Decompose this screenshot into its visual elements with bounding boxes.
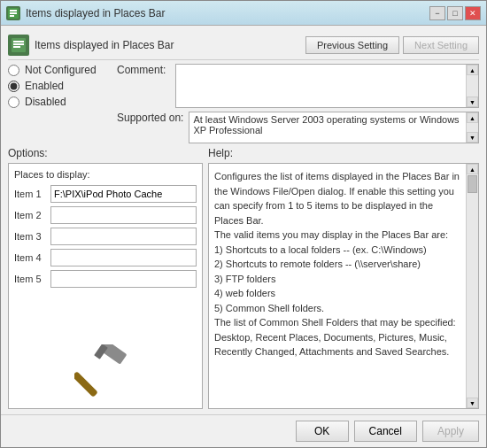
section-labels: Options: Help: bbox=[8, 147, 479, 159]
help-label-wrap: Help: bbox=[208, 147, 479, 159]
item-1-input[interactable] bbox=[50, 185, 197, 203]
supported-box-wrapper: At least Windows Server 2003 operating s… bbox=[189, 112, 479, 143]
options-label-wrap: Options: bbox=[8, 147, 203, 159]
help-scroll-thumb[interactable] bbox=[468, 175, 477, 193]
header-buttons: Previous Setting Next Setting bbox=[305, 36, 479, 54]
item-2-label: Item 2 bbox=[14, 210, 45, 220]
svg-rect-3 bbox=[10, 15, 14, 17]
title-buttons: − □ ✕ bbox=[429, 6, 481, 20]
window-icon bbox=[6, 6, 20, 20]
full-content: Items displayed in Places Bar Previous S… bbox=[1, 26, 486, 414]
comment-row: Comment: ▲ ▼ bbox=[117, 64, 479, 108]
svg-rect-10 bbox=[74, 371, 98, 398]
title-bar: Items displayed in Places Bar − □ ✕ bbox=[1, 1, 486, 26]
supported-scrollbar: ▲ ▼ bbox=[466, 112, 478, 143]
enabled-label: Enabled bbox=[25, 80, 64, 92]
places-title: Places to display: bbox=[14, 169, 197, 180]
radio-section: Not Configured Enabled Disabled bbox=[8, 64, 110, 143]
item-3-input[interactable] bbox=[50, 228, 197, 245]
supported-scroll-track bbox=[467, 123, 478, 132]
supported-text: At least Windows Server 2003 operating s… bbox=[189, 112, 466, 143]
item-5-label: Item 5 bbox=[14, 274, 45, 284]
svg-rect-7 bbox=[13, 46, 20, 48]
comment-scrollbar: ▲ ▼ bbox=[466, 65, 478, 107]
radio-disabled: Disabled bbox=[8, 96, 110, 108]
enabled-radio[interactable] bbox=[8, 81, 19, 92]
options-panel: Places to display: Item 1 Item 2 Item 3 bbox=[8, 163, 203, 409]
supported-row: Supported on: At least Windows Server 20… bbox=[117, 112, 479, 143]
disabled-label: Disabled bbox=[25, 96, 66, 108]
maximize-button[interactable]: □ bbox=[447, 6, 463, 20]
apply-button[interactable]: Apply bbox=[422, 421, 479, 442]
item-row-5: Item 5 bbox=[14, 270, 197, 288]
options-label: Options: bbox=[8, 147, 48, 159]
item-1-label: Item 1 bbox=[14, 189, 45, 199]
ok-button[interactable]: OK bbox=[296, 421, 349, 442]
comment-supported-section: Comment: ▲ ▼ Supported on: At least Wind… bbox=[117, 64, 479, 143]
header-title: Items displayed in Places Bar bbox=[35, 39, 174, 51]
comment-box-wrapper: ▲ ▼ bbox=[175, 64, 479, 108]
item-row-4: Item 4 bbox=[14, 249, 197, 266]
window-title: Items displayed in Places Bar bbox=[26, 7, 165, 19]
item-2-input[interactable] bbox=[50, 206, 197, 224]
help-p4: 2) Shortcuts to remote folders -- (\\ser… bbox=[214, 257, 460, 272]
header-row: Items displayed in Places Bar Previous S… bbox=[8, 31, 479, 60]
help-content: Configures the list of items displayed i… bbox=[209, 164, 466, 408]
supported-label: Supported on: bbox=[117, 112, 183, 124]
help-p8: The list of Common Shell Folders that ma… bbox=[214, 315, 460, 330]
help-p9: Desktop, Recent Places, Documents, Pictu… bbox=[214, 330, 460, 359]
item-4-input[interactable] bbox=[50, 249, 197, 266]
svg-rect-2 bbox=[10, 12, 17, 14]
help-p6: 4) web folders bbox=[214, 286, 460, 301]
options-help-panels: Places to display: Item 1 Item 2 Item 3 bbox=[8, 163, 479, 409]
comment-scroll-up[interactable]: ▲ bbox=[467, 65, 478, 75]
places-box: Places to display: Item 1 Item 2 Item 3 bbox=[8, 163, 203, 409]
close-button[interactable]: ✕ bbox=[465, 6, 481, 20]
main-window: Items displayed in Places Bar − □ ✕ Ite bbox=[0, 0, 487, 448]
next-setting-button[interactable]: Next Setting bbox=[403, 36, 479, 54]
minimize-button[interactable]: − bbox=[429, 6, 445, 20]
bottom-buttons: OK Cancel Apply bbox=[1, 414, 486, 447]
comment-scroll-down[interactable]: ▼ bbox=[467, 97, 478, 107]
supported-scroll-up[interactable]: ▲ bbox=[467, 112, 478, 123]
header-icon bbox=[8, 35, 29, 56]
help-panel: Configures the list of items displayed i… bbox=[208, 163, 479, 409]
header-left: Items displayed in Places Bar bbox=[8, 35, 174, 56]
help-scroll-up[interactable]: ▲ bbox=[467, 164, 478, 174]
help-p7: 5) Common Shell folders. bbox=[214, 301, 460, 316]
supported-scroll-down[interactable]: ▼ bbox=[467, 132, 478, 143]
svg-rect-1 bbox=[10, 10, 17, 12]
item-5-input[interactable] bbox=[50, 270, 197, 288]
item-4-label: Item 4 bbox=[14, 252, 45, 263]
item-row-2: Item 2 bbox=[14, 206, 197, 224]
hammer-area bbox=[14, 291, 197, 403]
help-p1: Configures the list of items displayed i… bbox=[214, 169, 460, 228]
help-scrollbar: ▲ ▼ bbox=[466, 164, 478, 408]
radio-enabled: Enabled bbox=[8, 80, 110, 92]
help-scroll-down[interactable]: ▼ bbox=[467, 398, 478, 408]
comment-label: Comment: bbox=[117, 64, 170, 76]
disabled-radio[interactable] bbox=[8, 97, 19, 108]
not-configured-label: Not Configured bbox=[25, 64, 97, 76]
comment-input[interactable] bbox=[176, 65, 466, 107]
radio-not-configured: Not Configured bbox=[8, 64, 110, 76]
title-bar-left: Items displayed in Places Bar bbox=[6, 6, 165, 20]
cancel-button[interactable]: Cancel bbox=[354, 421, 417, 442]
help-box-wrapper: Configures the list of items displayed i… bbox=[208, 163, 479, 409]
item-3-label: Item 3 bbox=[14, 231, 45, 242]
help-p3: 1) Shortcuts to a local folders -- (ex. … bbox=[214, 243, 460, 258]
previous-setting-button[interactable]: Previous Setting bbox=[305, 36, 399, 54]
radio-comment-section: Not Configured Enabled Disabled Comment: bbox=[8, 64, 479, 143]
item-row-1: Item 1 bbox=[14, 185, 197, 203]
hammer-icon bbox=[74, 344, 136, 398]
item-row-3: Item 3 bbox=[14, 228, 197, 245]
comment-scroll-track bbox=[467, 75, 478, 97]
not-configured-radio[interactable] bbox=[8, 65, 19, 76]
help-scroll-track bbox=[467, 174, 478, 398]
svg-rect-6 bbox=[13, 43, 24, 45]
help-p5: 3) FTP folders bbox=[214, 272, 460, 287]
help-p2: The valid items you may display in the P… bbox=[214, 228, 460, 243]
help-label: Help: bbox=[208, 147, 233, 159]
svg-rect-5 bbox=[13, 41, 24, 42]
